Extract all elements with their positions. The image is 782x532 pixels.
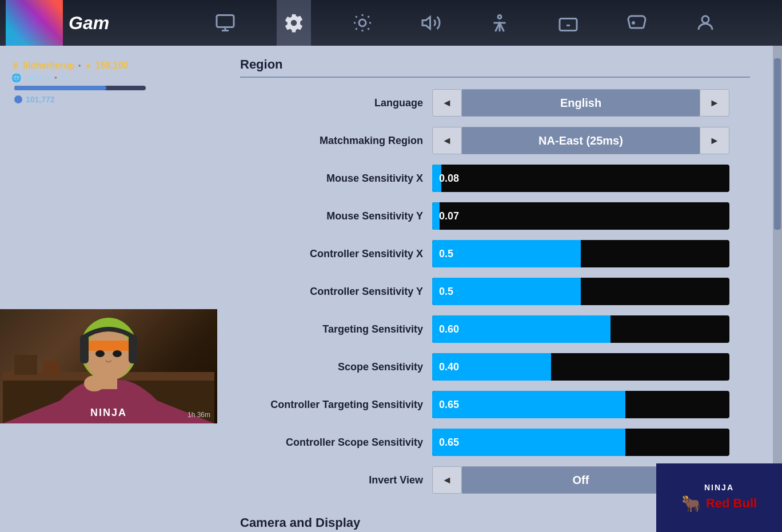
mouse-y-slider[interactable]: 0.07 xyxy=(432,202,729,230)
svg-point-33 xyxy=(95,350,105,357)
camera-title: Camera and Display xyxy=(240,515,360,530)
webcam-overlay: NINJA 1h 36m xyxy=(0,309,217,423)
scope-row: Scope Sensitivity 0.40 xyxy=(240,353,750,381)
svg-line-6 xyxy=(356,16,357,17)
ctrl-x-slider[interactable]: 0.5 xyxy=(432,240,729,267)
player-info: ♛ lilcharilerup • ★ 158,100 🌐 rafsonx • … xyxy=(0,51,217,107)
svg-line-11 xyxy=(368,16,369,17)
scope-label: Scope Sensitivity xyxy=(240,361,423,373)
mouse-y-label: Mouse Sensitivity Y xyxy=(240,210,423,222)
ctrl-y-value: 0.5 xyxy=(439,286,453,298)
svg-point-35 xyxy=(84,375,105,391)
svg-marker-12 xyxy=(422,17,430,29)
invert-view-label: Invert View xyxy=(240,474,423,486)
mouse-x-value: 0.08 xyxy=(439,173,459,185)
ctrl-y-label: Controller Sensitivity Y xyxy=(240,286,423,298)
svg-point-34 xyxy=(113,350,122,357)
progress-fill xyxy=(14,86,106,90)
mouse-y-value: 0.07 xyxy=(439,210,459,222)
language-prev-btn[interactable]: ◄ xyxy=(432,89,462,117)
nav-accessibility[interactable] xyxy=(482,0,517,46)
scrollbar-thumb[interactable] xyxy=(774,58,781,230)
nav-monitor[interactable] xyxy=(208,0,242,46)
left-panel: ♛ lilcharilerup • ★ 158,100 🌐 rafsonx • … xyxy=(0,46,217,532)
logo-thumbnail xyxy=(6,0,63,46)
ctrl-x-fill: 0.5 xyxy=(432,240,581,267)
player-score: 101,772 xyxy=(26,95,55,104)
language-label: Language xyxy=(240,97,423,109)
targeting-fill: 0.60 xyxy=(432,315,611,343)
mouse-y-row: Mouse Sensitivity Y 0.07 xyxy=(240,202,750,230)
ctrl-scope-fill: 0.65 xyxy=(432,429,625,456)
coin-icon xyxy=(14,95,22,103)
nav-settings[interactable] xyxy=(277,0,311,46)
ctrl-targeting-slider[interactable]: 0.65 xyxy=(432,391,729,418)
targeting-label: Targeting Sensitivity xyxy=(240,323,423,335)
targeting-row: Targeting Sensitivity 0.60 xyxy=(240,315,750,343)
nav-brightness[interactable] xyxy=(345,0,380,46)
language-next-btn[interactable]: ► xyxy=(700,89,729,117)
matchmaking-row: Matchmaking Region ◄ NA-East (25ms) ► xyxy=(240,127,750,154)
player-sub-level: 1x xyxy=(61,73,69,82)
mouse-x-fill: 0.08 xyxy=(432,165,441,192)
targeting-value: 0.60 xyxy=(439,323,459,335)
svg-point-3 xyxy=(359,19,366,26)
globe-icon: 🌐 xyxy=(11,73,21,82)
ctrl-y-row: Controller Sensitivity Y 0.5 xyxy=(240,278,750,305)
separator: • xyxy=(78,61,81,70)
redbull-banner: NINJA 🐂 Red Bull xyxy=(656,463,782,532)
language-row: Language ◄ English ► xyxy=(240,89,750,117)
svg-rect-25 xyxy=(14,355,37,375)
player-sub-name: rafsonx xyxy=(25,73,51,82)
top-bar: Gam xyxy=(0,0,782,46)
crown-icon: ♛ xyxy=(11,60,19,71)
ctrl-x-value: 0.5 xyxy=(439,248,453,260)
ctrl-scope-slider[interactable]: 0.65 xyxy=(432,429,729,456)
redbull-text: Red Bull xyxy=(706,496,757,511)
player-name-row: ♛ lilcharilerup • ★ 158,100 xyxy=(11,60,206,71)
main-content: ♛ lilcharilerup • ★ 158,100 🌐 rafsonx • … xyxy=(0,46,782,532)
nav-audio[interactable] xyxy=(414,0,448,46)
progress-bar xyxy=(14,86,146,90)
ctrl-targeting-value: 0.65 xyxy=(439,399,459,411)
mouse-y-fill: 0.07 xyxy=(432,202,440,230)
app-title: Gam xyxy=(69,13,109,34)
nav-controller[interactable] xyxy=(620,0,654,46)
svg-rect-0 xyxy=(217,15,234,27)
settings-panel[interactable]: Region Language ◄ English ► Matchmaking … xyxy=(217,46,773,532)
matchmaking-label: Matchmaking Region xyxy=(240,135,423,147)
scope-fill: 0.40 xyxy=(432,353,551,381)
scrollbar-track[interactable] xyxy=(773,46,782,532)
redbull-bull-icon: 🐂 xyxy=(681,494,701,513)
ctrl-targeting-fill: 0.65 xyxy=(432,391,625,418)
svg-point-28 xyxy=(85,329,133,381)
redbull-logo: 🐂 Red Bull xyxy=(681,494,757,513)
ctrl-y-slider[interactable]: 0.5 xyxy=(432,278,729,305)
ctrl-x-label: Controller Sensitivity X xyxy=(240,248,423,260)
svg-point-22 xyxy=(702,16,709,23)
matchmaking-prev-btn[interactable]: ◄ xyxy=(432,127,462,154)
nav-keyboard[interactable] xyxy=(551,0,585,46)
star-icon: ★ xyxy=(85,61,92,70)
language-value: English xyxy=(462,89,700,117)
language-selector: ◄ English ► xyxy=(432,89,729,117)
matchmaking-next-btn[interactable]: ► xyxy=(700,127,729,154)
ninja-brand-label: NINJA xyxy=(704,483,734,492)
targeting-slider[interactable]: 0.60 xyxy=(432,315,729,343)
webcam-person-svg xyxy=(3,309,214,423)
scope-value: 0.40 xyxy=(439,361,459,373)
player-coins: 158,100 xyxy=(95,61,129,71)
ctrl-targeting-row: Controller Targeting Sensitivity 0.65 xyxy=(240,391,750,418)
separator2: • xyxy=(54,73,57,82)
nav-profile[interactable] xyxy=(688,0,723,46)
webcam-bg: NINJA 1h 36m xyxy=(0,309,217,423)
svg-rect-26 xyxy=(43,361,60,375)
svg-line-7 xyxy=(368,29,369,30)
player-name: lilcharilerup xyxy=(23,61,75,71)
matchmaking-selector: ◄ NA-East (25ms) ► xyxy=(432,127,729,154)
player-score-row: 101,772 xyxy=(14,95,206,104)
scope-slider[interactable]: 0.40 xyxy=(432,353,729,381)
svg-rect-29 xyxy=(83,341,134,351)
invert-view-prev-btn[interactable]: ◄ xyxy=(432,466,462,494)
mouse-x-slider[interactable]: 0.08 xyxy=(432,165,729,192)
